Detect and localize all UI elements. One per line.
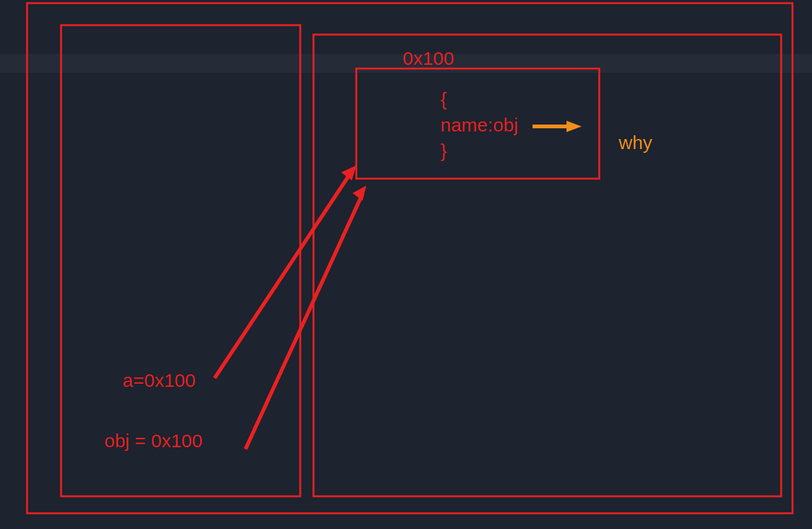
arrow-a-to-object — [215, 165, 356, 378]
svg-line-0 — [215, 173, 351, 378]
stack-box — [61, 25, 300, 496]
svg-line-2 — [245, 194, 363, 449]
object-line-3: } — [441, 140, 447, 161]
stack-var-obj: obj = 0x100 — [104, 430, 203, 451]
arrow-obj-to-object — [245, 186, 366, 449]
object-line-name: name:obj — [441, 114, 518, 135]
memory-diagram: 0x100 { name:obj } a=0x100 obj = 0x100 w… — [0, 0, 812, 529]
heap-address-label: 0x100 — [403, 48, 454, 69]
heap-box — [313, 35, 781, 496]
annotation-why: why — [618, 132, 652, 153]
svg-marker-5 — [567, 121, 582, 132]
arrow-property-to-why — [533, 121, 582, 132]
stack-var-a: a=0x100 — [123, 370, 196, 391]
object-line-1: { — [441, 89, 447, 109]
